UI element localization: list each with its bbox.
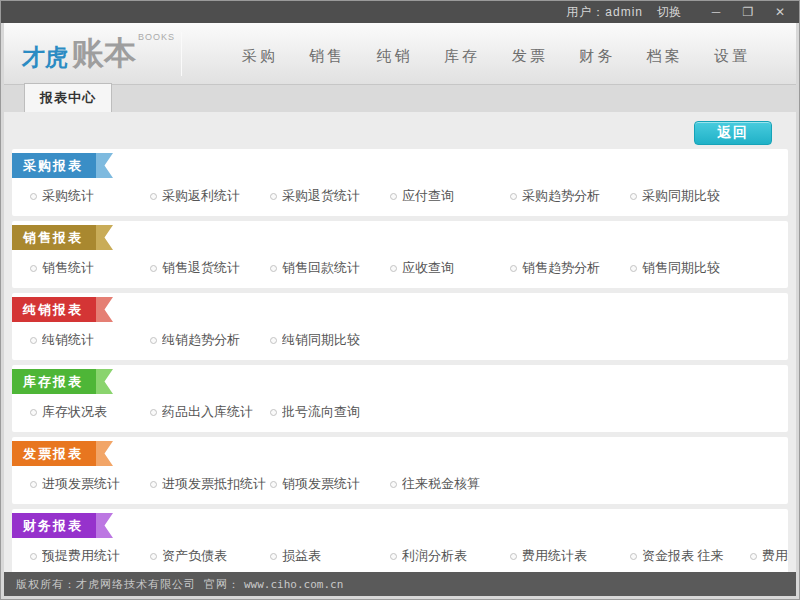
report-link[interactable]: 纯销统计 [30, 331, 150, 349]
section-ribbon: 发票报表 [12, 441, 96, 466]
report-link-label: 销售趋势分析 [522, 259, 600, 277]
report-link[interactable]: 费用统计表 [510, 547, 630, 565]
report-link[interactable]: 销售同期比较 [630, 259, 750, 277]
nav-item-6[interactable]: 财务 [579, 47, 615, 66]
bullet-icon [750, 553, 757, 560]
bullet-icon [150, 265, 157, 272]
back-button[interactable]: 返回 [694, 121, 772, 145]
bullet-icon [390, 553, 397, 560]
report-link[interactable]: 应收查询 [390, 259, 510, 277]
nav-item-1[interactable]: 采购 [242, 47, 278, 66]
report-link-label: 采购趋势分析 [522, 187, 600, 205]
bullet-icon [270, 337, 277, 344]
report-link-label: 库存状况表 [42, 403, 107, 421]
logo-brand-text: 才虎 [22, 42, 68, 73]
report-row: 预提费用统计资产负债表损益表利润分析表费用统计表资金报表 往来费用统计表 [12, 538, 788, 572]
report-link[interactable]: 药品出入库统计 [150, 403, 270, 421]
report-link[interactable]: 采购返利统计 [150, 187, 270, 205]
report-link[interactable]: 采购同期比较 [630, 187, 750, 205]
footer-bar: 版权所有：才虎网络技术有限公司 官网： www.ciho.com.cn [4, 572, 796, 596]
report-link[interactable]: 费用统计表 [750, 547, 788, 565]
report-link-label: 采购统计 [42, 187, 94, 205]
bullet-icon [150, 409, 157, 416]
bullet-icon [270, 553, 277, 560]
minimize-icon[interactable]: ─ [707, 6, 725, 18]
report-link-label: 利润分析表 [402, 547, 467, 565]
report-link[interactable]: 采购统计 [30, 187, 150, 205]
section-ribbon: 财务报表 [12, 513, 96, 538]
nav-item-5[interactable]: 发票 [512, 47, 548, 66]
bullet-icon [150, 193, 157, 200]
report-link[interactable]: 利润分析表 [390, 547, 510, 565]
copyright-text: 版权所有：才虎网络技术有限公司 [16, 577, 196, 592]
report-link[interactable]: 销项发票统计 [270, 475, 390, 493]
bullet-icon [630, 265, 637, 272]
nav-item-2[interactable]: 销售 [309, 47, 345, 66]
logo-books-text: BOOKS [138, 32, 175, 42]
report-link-label: 销售回款统计 [282, 259, 360, 277]
app-window: 用户：admin 切换 ─ ❐ ✕ 才虎 账本 BOOKS 采购销售纯销库存发票… [0, 0, 800, 600]
report-section-card: 财务报表预提费用统计资产负债表损益表利润分析表费用统计表资金报表 往来费用统计表… [12, 509, 788, 572]
nav-item-7[interactable]: 档案 [647, 47, 683, 66]
report-link[interactable]: 库存状况表 [30, 403, 150, 421]
report-section-card: 纯销报表纯销统计纯销趋势分析纯销同期比较 [12, 293, 788, 360]
bullet-icon [270, 265, 277, 272]
report-link[interactable]: 销售退货统计 [150, 259, 270, 277]
report-link[interactable]: 资产负债表 [150, 547, 270, 565]
bullet-icon [270, 481, 277, 488]
bullet-icon [390, 193, 397, 200]
report-link[interactable]: 资金报表 往来 [630, 547, 750, 565]
report-row: 进项发票统计进项发票抵扣统计销项发票统计往来税金核算 [12, 466, 788, 504]
report-link-label: 纯销统计 [42, 331, 94, 349]
bullet-icon [30, 409, 37, 416]
switch-user-link[interactable]: 切换 [657, 4, 681, 21]
footer-url: www.ciho.com.cn [244, 578, 343, 591]
main-nav: 采购销售纯销库存发票财务档案设置 [196, 47, 796, 66]
logo-product-text: 账本 [72, 32, 136, 76]
bullet-icon [30, 481, 37, 488]
site-label: 官网： [204, 577, 240, 592]
report-link-label: 费用统计表 [522, 547, 587, 565]
report-link[interactable]: 采购退货统计 [270, 187, 390, 205]
maximize-icon[interactable]: ❐ [739, 6, 757, 18]
nav-item-8[interactable]: 设置 [714, 47, 750, 66]
report-link-label: 往来税金核算 [402, 475, 480, 493]
tab-report-center[interactable]: 报表中心 [24, 83, 112, 112]
bullet-icon [510, 553, 517, 560]
nav-item-4[interactable]: 库存 [444, 47, 480, 66]
report-section-card: 采购报表采购统计采购返利统计采购退货统计应付查询采购趋势分析采购同期比较 [12, 149, 788, 216]
report-link[interactable]: 批号流向查询 [270, 403, 390, 421]
report-row: 库存状况表药品出入库统计批号流向查询 [12, 394, 788, 432]
tab-strip: 报表中心 [4, 85, 796, 112]
bullet-icon [270, 409, 277, 416]
nav-item-3[interactable]: 纯销 [377, 47, 413, 66]
bullet-icon [630, 553, 637, 560]
report-link[interactable]: 往来税金核算 [390, 475, 510, 493]
titlebar: 用户：admin 切换 ─ ❐ ✕ [1, 1, 799, 23]
report-row: 销售统计销售退货统计销售回款统计应收查询销售趋势分析销售同期比较 [12, 250, 788, 288]
report-row: 纯销统计纯销趋势分析纯销同期比较 [12, 322, 788, 360]
bullet-icon [630, 193, 637, 200]
bullet-icon [270, 193, 277, 200]
report-link[interactable]: 纯销同期比较 [270, 331, 390, 349]
report-link[interactable]: 应付查询 [390, 187, 510, 205]
bullet-icon [390, 265, 397, 272]
section-ribbon: 销售报表 [12, 225, 96, 250]
report-link[interactable]: 进项发票统计 [30, 475, 150, 493]
bullet-icon [510, 265, 517, 272]
report-section-card: 销售报表销售统计销售退货统计销售回款统计应收查询销售趋势分析销售同期比较 [12, 221, 788, 288]
report-link-label: 进项发票抵扣统计 [162, 475, 266, 493]
report-link[interactable]: 销售趋势分析 [510, 259, 630, 277]
report-link[interactable]: 纯销趋势分析 [150, 331, 270, 349]
report-link[interactable]: 预提费用统计 [30, 547, 150, 565]
bullet-icon [150, 481, 157, 488]
sections: 采购报表采购统计采购返利统计采购退货统计应付查询采购趋势分析采购同期比较销售报表… [12, 149, 788, 572]
report-link[interactable]: 销售回款统计 [270, 259, 390, 277]
report-section-card: 发票报表进项发票统计进项发票抵扣统计销项发票统计往来税金核算 [12, 437, 788, 504]
report-link[interactable]: 损益表 [270, 547, 390, 565]
close-icon[interactable]: ✕ [771, 6, 789, 18]
report-link[interactable]: 采购趋势分析 [510, 187, 630, 205]
report-link[interactable]: 销售统计 [30, 259, 150, 277]
report-link[interactable]: 进项发票抵扣统计 [150, 475, 270, 493]
report-row: 采购统计采购返利统计采购退货统计应付查询采购趋势分析采购同期比较 [12, 178, 788, 216]
